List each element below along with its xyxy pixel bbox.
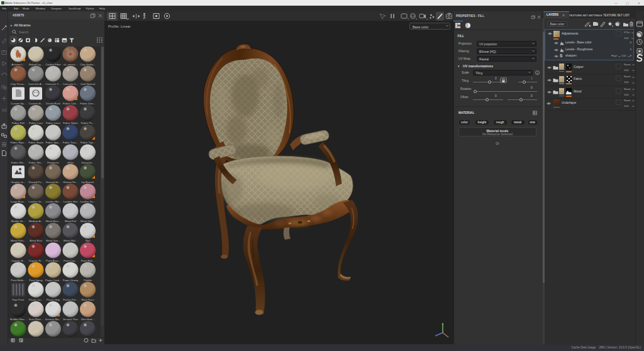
svg-text:Fabric Nylon: Fabric Nylon: [63, 121, 78, 125]
svg-text:Metal Rust: Metal Rust: [30, 239, 43, 242]
svg-text:Nail: Nail: [86, 239, 90, 242]
svg-text:Metal San...: Metal San...: [46, 239, 60, 242]
svg-text:Graphic to...: Graphic to...: [11, 181, 26, 184]
svg-text:Paper Grainy: Paper Grainy: [63, 279, 79, 282]
svg-text:Paint Coa...: Paint Coa...: [64, 259, 77, 262]
svg-text:Metal Gen...: Metal Gen...: [80, 220, 95, 223]
svg-text:Paint Roll...: Paint Roll...: [81, 259, 94, 262]
svg-text:Concrete A...: Concrete A...: [28, 82, 43, 86]
svg-text:Denim Rivet: Denim Rivet: [46, 102, 61, 105]
svg-text:Fabric Tass...: Fabric Tass...: [63, 141, 79, 144]
svg-text:Scratch Thin: Scratch Thin: [63, 318, 78, 321]
svg-text:Fabric Rips...: Fabric Rips...: [11, 141, 26, 144]
svg-text:Metal Wal...: Metal Wal...: [64, 239, 77, 242]
svg-text:Ivy Branch: Ivy Branch: [82, 181, 94, 184]
svg-text:Fabric Linen: Fabric Linen: [46, 121, 61, 125]
svg-text:Large Rust...: Large Rust...: [11, 200, 26, 203]
svg-text:Scar Plain...: Scar Plain...: [29, 318, 43, 321]
svg-text:Leather Stin: Leather Stin: [64, 200, 78, 203]
svg-text:Leather Re...: Leather Re...: [45, 200, 60, 203]
svg-text:Custom St...: Custom St...: [28, 102, 43, 105]
svg-text:Custom Sp...: Custom Sp...: [11, 102, 26, 105]
svg-text:Cork Natural: Cork Natural: [80, 82, 96, 86]
svg-text:Ground Se...: Ground Se...: [46, 181, 61, 184]
svg-text:Fabric Cott...: Fabric Cott...: [63, 102, 78, 105]
svg-text:Science Blu...: Science Blu...: [45, 318, 62, 321]
svg-text:ch_emissi...: ch_emissi...: [64, 63, 77, 66]
svg-text:Paint Spray: Paint Spray: [29, 279, 43, 282]
svg-text:Gouache...: Gouache...: [81, 161, 94, 164]
svg-text:Carbon Fiber: Carbon Fiber: [45, 63, 61, 66]
svg-text:Metal Brus...: Metal Brus...: [46, 220, 61, 223]
svg-text:Rock Face: Rock Face: [81, 298, 94, 301]
svg-text:Plastic Co...: Plastic Co...: [29, 298, 43, 301]
svg-text:Paint Rolle...: Paint Rolle...: [11, 279, 26, 282]
svg-text:Leather Su...: Leather Su...: [80, 200, 96, 203]
svg-text:Baked Lig...: Baked Lig...: [29, 63, 43, 66]
svg-text:Fabric Spa...: Fabric Spa...: [46, 141, 61, 144]
svg-text:Pipe Pack: Pipe Pack: [13, 298, 25, 301]
svg-text:Fabric Felt: Fabric Felt: [12, 121, 25, 125]
svg-text:Clay Gathe...: Clay Gathe...: [80, 63, 95, 66]
svg-text:Rubber Ban...: Rubber Ban...: [10, 318, 26, 321]
svg-text:Fabric Den...: Fabric Den...: [80, 102, 96, 105]
svg-text:Human Fe...: Human Fe...: [63, 181, 77, 184]
svg-text:Fabric Seam: Fabric Seam: [28, 141, 43, 144]
svg-text:Footprints: Footprints: [47, 161, 59, 164]
svg-text:Plastic Grip: Plastic Grip: [47, 298, 60, 301]
svg-text:Glitter: Glitter: [67, 161, 74, 164]
svg-text:Medium A...: Medium A...: [29, 220, 43, 223]
svg-text:Clay Terrac...: Clay Terrac...: [11, 82, 26, 86]
svg-text:Metal Polis...: Metal Polis...: [11, 239, 26, 242]
svg-text:Marble Ve...: Marble Ve...: [11, 220, 25, 223]
svg-text:Fabric Pu...: Fabric Pu...: [81, 121, 94, 125]
svg-text:Paint Brus...: Paint Brus...: [46, 259, 60, 262]
svg-text:Organic Fl...: Organic Fl...: [29, 259, 43, 262]
svg-text:Pebble: Pebble: [84, 279, 92, 282]
svg-text:Ground Fo...: Ground Fo...: [28, 181, 43, 184]
svg-text:Concrete C...: Concrete C...: [45, 82, 61, 86]
svg-text:Fabric Wo...: Fabric Wo...: [11, 161, 26, 164]
svg-text:Leather Gr...: Leather Gr...: [28, 200, 43, 203]
svg-text:Fabric Tap...: Fabric Tap...: [80, 141, 95, 144]
svg-text:Concrete C...: Concrete C...: [63, 82, 79, 86]
svg-text:Autumn L...: Autumn L...: [11, 63, 25, 66]
svg-text:Fabric Lace: Fabric Lace: [29, 121, 43, 125]
svg-text:Paper Card...: Paper Card...: [45, 279, 61, 282]
svg-text:Pocket Pat...: Pocket Pat...: [63, 298, 78, 301]
svg-text:Metal Foil: Metal Foil: [65, 220, 76, 223]
svg-text:Fabric Wo...: Fabric Wo...: [29, 161, 43, 164]
svg-text:Organic B...: Organic B...: [11, 259, 25, 262]
svg-text:Skin Hum...: Skin Hum...: [81, 318, 95, 321]
